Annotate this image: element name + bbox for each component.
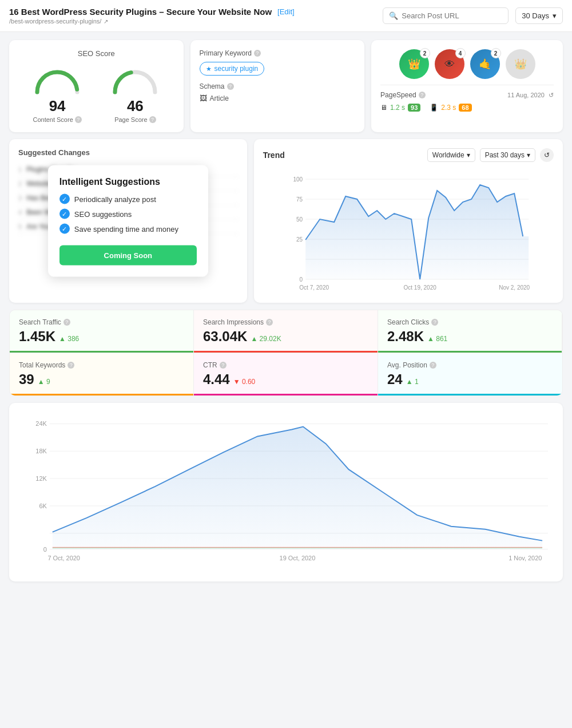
desktop-score: 93 [408, 104, 420, 112]
svg-text:18K: 18K [35, 448, 47, 454]
page-score-label: Page Score ? [114, 116, 156, 123]
ps-metrics: 🖥 1.2 s 93 📱 2.3 s 68 [380, 104, 554, 112]
svg-text:75: 75 [296, 196, 303, 203]
check-icon-3: ✓ [59, 224, 70, 234]
schema-value: 🖼 Article [200, 94, 356, 102]
days-select[interactable]: 30 Days ▾ [515, 7, 563, 24]
pagespeed-info-icon[interactable]: ? [419, 92, 426, 98]
badge-3[interactable]: 🤙 2 [470, 49, 500, 79]
page-score-value: 46 [127, 97, 144, 115]
keywords-label: Total Keywords ? [19, 361, 184, 369]
svg-text:Oct 19, 2020: Oct 19, 2020 [403, 284, 436, 291]
content-info-icon[interactable]: ? [75, 116, 82, 123]
external-link-icon: ↗ [104, 18, 108, 25]
schema-icon: 🖼 [200, 94, 207, 102]
coming-soon-button[interactable]: Coming Soon [59, 246, 197, 266]
pagespeed-section: PageSpeed ? 11 Aug, 2020 ↺ 🖥 1.2 s 93 [380, 85, 554, 112]
period-select[interactable]: Past 30 days ▾ [480, 148, 535, 162]
region-select[interactable]: Worldwide ▾ [427, 148, 475, 162]
top-cards: SEO Score 94 Content Score ? [9, 40, 563, 132]
keyword-info-icon[interactable]: ? [254, 50, 261, 57]
position-info-icon[interactable]: ? [430, 362, 436, 369]
keyword-card: Primary Keyword ? ★ security plugin Sche… [190, 40, 365, 132]
search-bar[interactable]: 🔍 [383, 7, 509, 24]
badge-4[interactable]: 👑 [506, 49, 535, 79]
ctr-label: CTR ? [203, 361, 368, 369]
ctr-change: ▼ 0.60 [233, 378, 256, 386]
svg-text:6K: 6K [39, 503, 47, 509]
stat-search-traffic: Search Traffic ? 1.45K ▲ 386 [10, 310, 194, 353]
pagespeed-label: PageSpeed ? [380, 91, 426, 99]
impressions-info-icon[interactable]: ? [266, 319, 273, 326]
svg-text:19 Oct, 2020: 19 Oct, 2020 [280, 555, 316, 561]
stat-search-clicks: Search Clicks ? 2.48K ▲ 861 [378, 310, 562, 353]
position-value: 24 ▲ 1 [387, 371, 553, 387]
badge-2[interactable]: 👁 4 [435, 49, 464, 79]
chevron-down-icon: ▾ [553, 11, 557, 20]
page-title-area: 16 Best WordPress Security Plugins – Sec… [9, 7, 376, 25]
popup-item-3: ✓ Save spending time and money [59, 224, 197, 234]
refresh-icon[interactable]: ↺ [549, 92, 554, 98]
schema-label: Schema ? [200, 82, 356, 90]
check-icon-1: ✓ [59, 194, 70, 204]
middle-section: Suggested Changes 1Plugins That Giv... 2… [9, 139, 563, 303]
badges-row: 👑 2 👁 4 🤙 2 👑 [380, 49, 554, 79]
traffic-info-icon[interactable]: ? [63, 319, 70, 326]
edit-link[interactable]: [Edit] [277, 7, 295, 16]
star-icon: ★ [206, 65, 212, 73]
mobile-score: 68 [459, 104, 471, 112]
page-info-icon[interactable]: ? [149, 116, 156, 123]
search-input[interactable] [402, 11, 502, 20]
svg-text:12K: 12K [35, 475, 47, 482]
svg-text:0: 0 [43, 546, 47, 553]
mobile-metric: 📱 2.3 s 68 [430, 104, 471, 112]
badge-3-count: 2 [491, 48, 501, 58]
svg-text:50: 50 [296, 216, 303, 223]
svg-text:24K: 24K [35, 420, 47, 427]
badge-1[interactable]: 👑 2 [399, 49, 429, 79]
badge-2-icon: 👁 [444, 58, 455, 70]
badge-3-icon: 🤙 [479, 58, 491, 70]
stats-grid: Search Traffic ? 1.45K ▲ 386 Search Impr… [9, 310, 563, 396]
keywords-change: ▲ 9 [38, 378, 50, 386]
svg-text:100: 100 [293, 176, 303, 183]
keyword-label: Primary Keyword ? [200, 49, 356, 57]
impressions-change: ▲ 29.02K [251, 335, 281, 343]
popup-item-2: ✓ SEO suggestions [59, 209, 197, 219]
days-label: 30 Days [522, 11, 549, 20]
trend-chart: 100 75 50 25 0 Oct 7, 2020 Oct 19, 2020 … [263, 168, 554, 294]
mobile-icon: 📱 [430, 104, 438, 112]
clicks-change: ▲ 861 [427, 335, 447, 343]
bottom-chart-card: 24K 18K 12K 6K 0 7 Oct, 2020 19 Oct, 202… [9, 403, 563, 581]
clicks-info-icon[interactable]: ? [431, 319, 438, 326]
badge-1-icon: 👑 [408, 58, 420, 70]
keywords-info-icon[interactable]: ? [67, 362, 74, 369]
svg-text:25: 25 [296, 236, 303, 243]
schema-info-icon[interactable]: ? [227, 83, 234, 90]
clicks-label: Search Clicks ? [387, 318, 553, 326]
ctr-value: 4.44 ▼ 0.60 [203, 371, 368, 387]
svg-text:0: 0 [299, 276, 303, 283]
period-chevron-icon: ▾ [527, 151, 530, 159]
page-title: 16 Best WordPress Security Plugins – Sec… [9, 7, 272, 17]
impressions-value: 63.04K ▲ 29.02K [203, 329, 368, 345]
main-content: SEO Score 94 Content Score ? [0, 32, 572, 589]
badge-2-count: 4 [455, 48, 466, 58]
trend-title: Trend [263, 151, 423, 160]
position-bar [378, 394, 562, 395]
trend-card: Trend Worldwide ▾ Past 30 days ▾ ↺ [254, 139, 563, 303]
clicks-value: 2.48K ▲ 861 [387, 329, 553, 345]
impressions-label: Search Impressions ? [203, 318, 368, 326]
trend-reset-button[interactable]: ↺ [540, 148, 554, 162]
svg-text:Nov 2, 2020: Nov 2, 2020 [499, 284, 530, 291]
suggestions-popup: Intelligent Suggestions ✓ Periodically a… [48, 165, 208, 277]
content-score-value: 94 [49, 97, 66, 115]
stat-avg-position: Avg. Position ? 24 ▲ 1 [378, 353, 562, 395]
seo-score-card: SEO Score 94 Content Score ? [9, 40, 184, 132]
ctr-info-icon[interactable]: ? [220, 362, 227, 369]
content-gauge-svg [31, 64, 83, 95]
content-score-label: Content Score ? [33, 116, 81, 123]
ctr-bar [194, 394, 378, 395]
top-bar: 16 Best WordPress Security Plugins – Sec… [0, 0, 572, 32]
svg-text:Oct 7, 2020: Oct 7, 2020 [299, 284, 329, 291]
